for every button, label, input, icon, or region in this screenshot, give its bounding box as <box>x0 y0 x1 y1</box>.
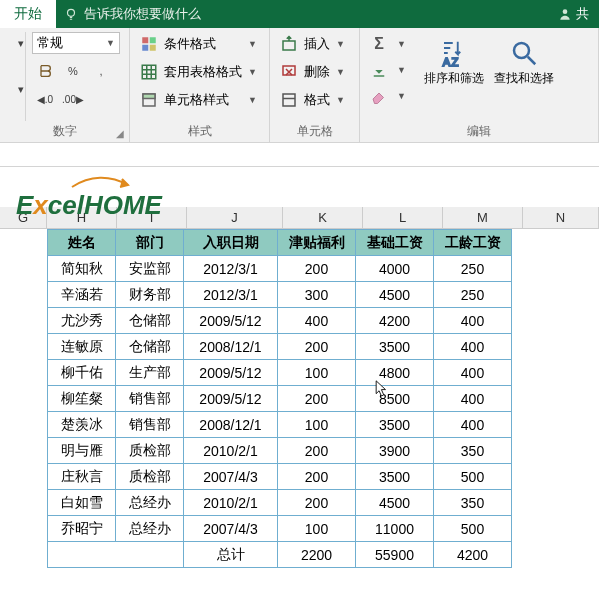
cell[interactable]: 300 <box>278 282 356 308</box>
cell[interactable]: 100 <box>278 412 356 438</box>
accounting-button[interactable] <box>32 60 58 82</box>
total-base[interactable]: 55900 <box>356 542 434 568</box>
cell[interactable]: 安监部 <box>116 256 184 282</box>
cell[interactable]: 400 <box>434 360 512 386</box>
cell[interactable]: 4500 <box>356 490 434 516</box>
th-dept[interactable]: 部门 <box>116 230 184 256</box>
cell[interactable]: 2007/4/3 <box>184 464 278 490</box>
dialog-launcher-icon[interactable]: ◢ <box>113 126 127 140</box>
cell[interactable]: 200 <box>278 256 356 282</box>
cell[interactable]: 销售部 <box>116 386 184 412</box>
fill-button[interactable]: ▼ <box>368 58 408 82</box>
cell[interactable]: 2007/4/3 <box>184 516 278 542</box>
cell[interactable]: 2009/5/12 <box>184 386 278 412</box>
cell[interactable]: 2008/12/1 <box>184 412 278 438</box>
cell[interactable]: 乔昭宁 <box>48 516 116 542</box>
cell[interactable]: 4800 <box>356 360 434 386</box>
tell-me-box[interactable]: 告诉我你想要做什么 <box>64 5 201 23</box>
cell[interactable]: 400 <box>278 308 356 334</box>
cell[interactable]: 2010/2/1 <box>184 490 278 516</box>
cell[interactable]: 4000 <box>356 256 434 282</box>
cell[interactable]: 3500 <box>356 464 434 490</box>
total-allowance[interactable]: 2200 <box>278 542 356 568</box>
cell[interactable]: 250 <box>434 256 512 282</box>
col-header[interactable]: J <box>187 207 283 228</box>
cell[interactable]: 100 <box>278 516 356 542</box>
cell[interactable]: 财务部 <box>116 282 184 308</box>
cell[interactable]: 简知秋 <box>48 256 116 282</box>
cell[interactable]: 庄秋言 <box>48 464 116 490</box>
cell[interactable]: 100 <box>278 360 356 386</box>
cell[interactable]: 连敏原 <box>48 334 116 360</box>
cell[interactable]: 辛涵若 <box>48 282 116 308</box>
cell[interactable]: 质检部 <box>116 464 184 490</box>
cell[interactable]: 400 <box>434 334 512 360</box>
th-hiredate[interactable]: 入职日期 <box>184 230 278 256</box>
border-split[interactable]: ▾ <box>8 32 34 54</box>
cell[interactable]: 仓储部 <box>116 308 184 334</box>
cell-styles-button[interactable]: 单元格样式 ▼ <box>138 88 259 112</box>
cell[interactable]: 仓储部 <box>116 334 184 360</box>
th-name[interactable]: 姓名 <box>48 230 116 256</box>
cell[interactable]: 500 <box>434 516 512 542</box>
cell[interactable]: 总经办 <box>116 516 184 542</box>
cell[interactable]: 200 <box>278 386 356 412</box>
col-header[interactable]: L <box>363 207 443 228</box>
cell[interactable]: 500 <box>434 464 512 490</box>
cell[interactable]: 200 <box>278 438 356 464</box>
cell[interactable]: 2009/5/12 <box>184 308 278 334</box>
cell[interactable]: 2008/12/1 <box>184 334 278 360</box>
worksheet[interactable]: G H I J K L M N 姓名 部门 入职日期 津贴福利 基础工资 工龄工… <box>0 207 599 229</box>
conditional-formatting-button[interactable]: 条件格式 ▼ <box>138 32 259 56</box>
cell[interactable]: 400 <box>434 308 512 334</box>
cell[interactable]: 350 <box>434 490 512 516</box>
th-allowance[interactable]: 津贴福利 <box>278 230 356 256</box>
percent-button[interactable]: % <box>60 60 86 82</box>
cell[interactable]: 白如雪 <box>48 490 116 516</box>
cell[interactable]: 400 <box>434 386 512 412</box>
autosum-button[interactable]: Σ ▼ <box>368 32 408 56</box>
cell[interactable]: 2012/3/1 <box>184 256 278 282</box>
cell[interactable]: 200 <box>278 490 356 516</box>
cell[interactable]: 明与雁 <box>48 438 116 464</box>
cell[interactable]: 质检部 <box>116 438 184 464</box>
total-seniority[interactable]: 4200 <box>434 542 512 568</box>
format-button[interactable]: 格式 ▼ <box>278 88 347 112</box>
cell[interactable]: 柳千佑 <box>48 360 116 386</box>
cell[interactable]: 3900 <box>356 438 434 464</box>
cell[interactable]: 2010/2/1 <box>184 438 278 464</box>
th-base[interactable]: 基础工资 <box>356 230 434 256</box>
cell[interactable]: 生产部 <box>116 360 184 386</box>
col-header[interactable]: M <box>443 207 523 228</box>
increase-decimal-button[interactable]: ◀.0 <box>32 88 58 110</box>
cell[interactable]: 3500 <box>356 334 434 360</box>
cell[interactable]: 总经办 <box>116 490 184 516</box>
insert-button[interactable]: 插入 ▼ <box>278 32 347 56</box>
cell[interactable]: 尤沙秀 <box>48 308 116 334</box>
cell[interactable]: 2012/3/1 <box>184 282 278 308</box>
cell[interactable]: 350 <box>434 438 512 464</box>
cell[interactable]: 销售部 <box>116 412 184 438</box>
formula-bar[interactable] <box>0 143 599 167</box>
cell[interactable]: 11000 <box>356 516 434 542</box>
col-header[interactable]: K <box>283 207 363 228</box>
total-label[interactable]: 总计 <box>184 542 278 568</box>
cell[interactable]: 8500 <box>356 386 434 412</box>
cell[interactable]: 柳笙粲 <box>48 386 116 412</box>
data-table[interactable]: 姓名 部门 入职日期 津贴福利 基础工资 工龄工资 简知秋安监部2012/3/1… <box>47 229 512 568</box>
cell[interactable]: 200 <box>278 464 356 490</box>
decrease-decimal-button[interactable]: .00▶ <box>60 88 86 110</box>
sort-filter-button[interactable]: AZ 排序和筛选 <box>424 32 484 87</box>
th-seniority[interactable]: 工龄工资 <box>434 230 512 256</box>
cell[interactable]: 楚羡冰 <box>48 412 116 438</box>
format-as-table-button[interactable]: 套用表格格式 ▼ <box>138 60 259 84</box>
cell[interactable]: 3500 <box>356 412 434 438</box>
share-button[interactable]: 共 <box>548 5 599 23</box>
number-format-combo[interactable]: 常规 ▼ <box>32 32 120 54</box>
cell[interactable]: 400 <box>434 412 512 438</box>
cell[interactable]: 2009/5/12 <box>184 360 278 386</box>
cell[interactable]: 4500 <box>356 282 434 308</box>
cell[interactable]: 4200 <box>356 308 434 334</box>
clear-button[interactable]: ▼ <box>368 84 408 108</box>
border-split-2[interactable]: ▾ <box>8 78 34 100</box>
